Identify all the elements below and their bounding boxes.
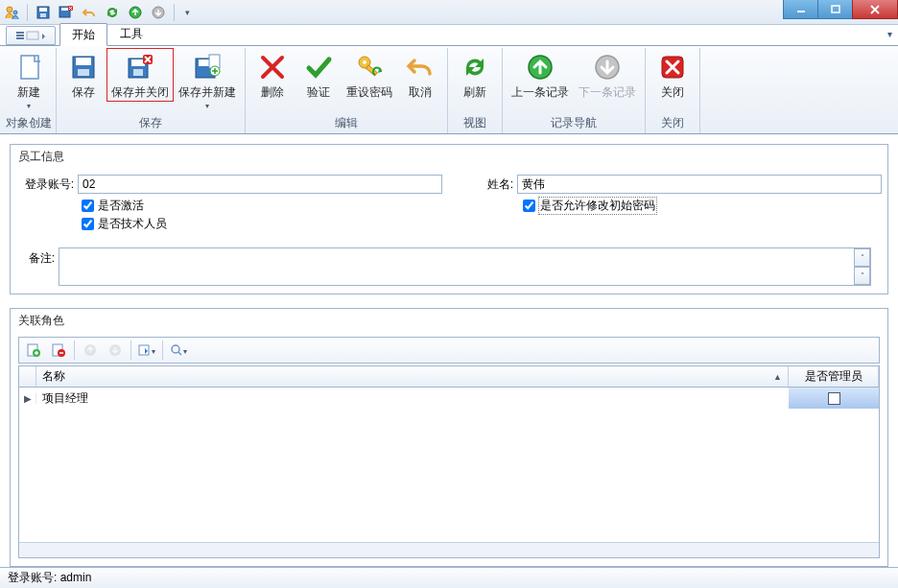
- save-new-button[interactable]: 保存并新建 ▾: [174, 48, 241, 111]
- role-export-button[interactable]: ▾: [135, 340, 158, 361]
- grid-header-selector[interactable]: [19, 366, 36, 387]
- svg-rect-22: [133, 69, 143, 76]
- remarks-spin-down[interactable]: ˅: [854, 267, 870, 285]
- reset-password-button[interactable]: 重设密码: [342, 48, 397, 102]
- roles-panel: 关联角色 ▾ ▾ 名称▲ 是否管理员 ▶ 项目经理: [10, 308, 888, 567]
- tab-tools[interactable]: 工具: [107, 22, 155, 45]
- new-icon: [13, 52, 44, 82]
- grid-header-name[interactable]: 名称▲: [36, 366, 789, 387]
- status-bar: 登录账号: admin: [0, 567, 898, 588]
- qat-undo-button[interactable]: [80, 3, 99, 22]
- allow-resetpwd-label: 是否允许修改初始密码: [539, 198, 656, 214]
- svg-point-1: [13, 11, 17, 14]
- svg-text:▾: ▾: [152, 347, 155, 356]
- file-menu-button[interactable]: [6, 26, 56, 45]
- window-controls: [783, 0, 898, 19]
- svg-rect-13: [16, 35, 24, 36]
- maximize-button[interactable]: [817, 0, 852, 19]
- qat-customize-button[interactable]: ▾: [180, 3, 194, 22]
- roles-grid: 名称▲ 是否管理员 ▶ 项目经理: [18, 365, 880, 558]
- ribbon-group-edit: 删除 验证 重设密码 取消 编辑: [246, 48, 448, 133]
- role-search-button[interactable]: ▾: [167, 340, 190, 361]
- svg-rect-12: [16, 32, 24, 34]
- refresh-icon: [460, 52, 490, 82]
- collapse-ribbon-button[interactable]: ▾: [887, 29, 892, 39]
- validate-button[interactable]: 验证: [295, 48, 342, 102]
- svg-rect-18: [76, 58, 91, 65]
- status-text: 登录账号: admin: [8, 570, 91, 586]
- admin-checkbox[interactable]: [828, 392, 840, 405]
- svg-rect-3: [39, 8, 47, 12]
- name-input[interactable]: [517, 175, 882, 194]
- name-label: 姓名:: [479, 176, 517, 193]
- table-row[interactable]: ▶ 项目经理: [19, 388, 879, 409]
- ribbon-group-view: 刷新 视图: [448, 48, 503, 133]
- roles-panel-title: 关联角色: [11, 309, 887, 333]
- login-input[interactable]: [78, 175, 442, 194]
- ribbon-group-nav: 上一条记录 下一条记录 记录导航: [503, 48, 646, 133]
- employee-panel: 员工信息 登录账号: 姓名: 是否激活: [10, 144, 888, 294]
- active-checkbox[interactable]: [82, 200, 94, 212]
- tech-checkbox[interactable]: [82, 218, 94, 230]
- save-icon: [68, 52, 99, 82]
- remarks-input[interactable]: ˄ ˅: [59, 247, 871, 286]
- sort-asc-icon: ▲: [773, 372, 782, 382]
- role-add-button[interactable]: [22, 340, 45, 361]
- role-next-button: [104, 340, 127, 361]
- svg-point-0: [7, 7, 12, 12]
- new-button[interactable]: 新建 ▾: [6, 48, 52, 111]
- minimize-button[interactable]: [783, 0, 817, 19]
- row-indicator-icon: ▶: [19, 393, 36, 404]
- svg-rect-16: [21, 56, 38, 79]
- qat-save-close-button[interactable]: [57, 3, 76, 22]
- svg-rect-19: [78, 69, 89, 76]
- ribbon-group-create: 新建 ▾ 对象创建: [2, 48, 57, 133]
- arrow-down-circle-icon: [592, 52, 623, 82]
- qat-save-button[interactable]: [34, 3, 53, 22]
- qat-next-button[interactable]: [149, 3, 168, 22]
- row-admin-cell[interactable]: [789, 388, 879, 409]
- prev-record-button[interactable]: 上一条记录: [507, 48, 574, 102]
- svg-text:▾: ▾: [183, 347, 187, 356]
- allow-resetpwd-checkbox[interactable]: [523, 200, 535, 212]
- close-window-button[interactable]: [852, 0, 898, 19]
- grid-body: ▶ 项目经理: [19, 388, 879, 542]
- cancel-button[interactable]: 取消: [397, 48, 443, 102]
- ribbon-group-close: 关闭 关闭: [646, 48, 700, 133]
- save-close-button[interactable]: 保存并关闭: [106, 48, 174, 102]
- save-button[interactable]: 保存: [60, 48, 106, 102]
- svg-rect-21: [131, 59, 145, 66]
- content: 员工信息 登录账号: 姓名: 是否激活: [0, 134, 898, 567]
- ribbon-tabs: 开始 工具 ▾: [0, 25, 898, 46]
- svg-rect-4: [40, 13, 46, 17]
- grid-footer: [19, 542, 879, 557]
- delete-icon: [257, 52, 288, 82]
- remarks-label: 备注:: [20, 247, 59, 267]
- arrow-up-circle-icon: [525, 52, 555, 82]
- next-record-button[interactable]: 下一条记录: [574, 48, 641, 102]
- svg-point-29: [363, 60, 366, 64]
- role-remove-button[interactable]: [47, 340, 70, 361]
- save-close-icon: [125, 52, 155, 82]
- svg-rect-40: [139, 345, 149, 355]
- save-new-icon: [192, 52, 223, 82]
- ribbon-group-save: 保存 保存并关闭 保存并新建 ▾ 保存: [57, 48, 246, 133]
- svg-rect-15: [27, 32, 38, 39]
- remarks-spin-up[interactable]: ˄: [854, 248, 870, 267]
- employee-panel-title: 员工信息: [11, 145, 887, 169]
- svg-rect-6: [61, 8, 68, 11]
- svg-rect-14: [16, 37, 24, 39]
- close-button[interactable]: 关闭: [650, 48, 696, 102]
- tab-start[interactable]: 开始: [59, 23, 107, 46]
- delete-button[interactable]: 删除: [249, 48, 295, 102]
- grid-header-admin[interactable]: 是否管理员: [789, 366, 879, 387]
- undo-icon: [405, 52, 436, 82]
- qat-refresh-button[interactable]: [103, 3, 122, 22]
- qat-prev-button[interactable]: [126, 3, 145, 22]
- refresh-button[interactable]: 刷新: [452, 48, 498, 102]
- svg-rect-10: [797, 11, 805, 12]
- login-label: 登录账号:: [20, 176, 78, 193]
- quick-access-toolbar: ▾: [25, 3, 194, 22]
- tech-label: 是否技术人员: [98, 216, 167, 232]
- svg-point-42: [172, 345, 179, 353]
